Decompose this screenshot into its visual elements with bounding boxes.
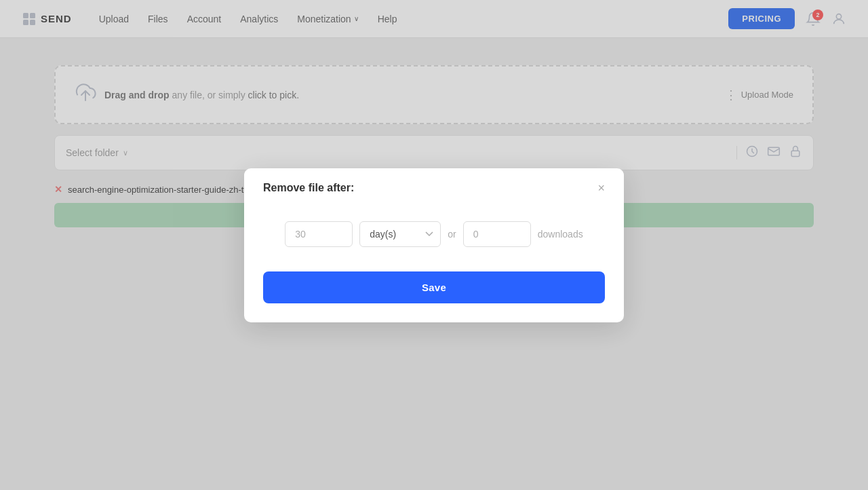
modal-footer: Save (244, 271, 624, 322)
modal-save-button[interactable]: Save (263, 271, 605, 303)
modal-header: Remove file after: × (244, 168, 624, 205)
modal-remove-after-row: day(s) week(s) month(s) or downloads (263, 221, 605, 247)
modal-downloads-label: downloads (538, 229, 583, 240)
days-unit-select[interactable]: day(s) week(s) month(s) (359, 221, 441, 247)
days-input[interactable] (285, 221, 353, 247)
modal-body: day(s) week(s) month(s) or downloads (244, 205, 624, 271)
downloads-input[interactable] (463, 221, 531, 247)
remove-file-modal: Remove file after: × day(s) week(s) mont… (244, 168, 624, 322)
modal-close-button[interactable]: × (597, 182, 605, 194)
modal-title: Remove file after: (263, 182, 354, 194)
modal-overlay: Remove file after: × day(s) week(s) mont… (0, 0, 868, 490)
modal-or-label: or (448, 229, 456, 240)
